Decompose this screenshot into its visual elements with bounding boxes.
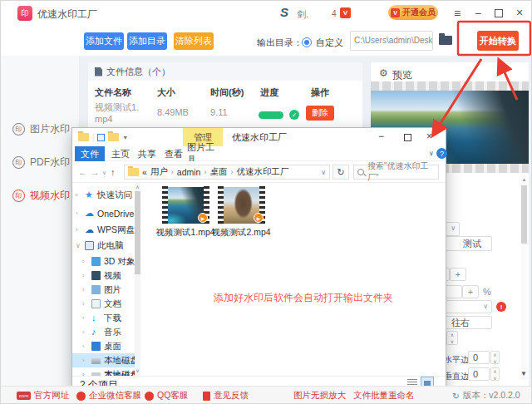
tab-view[interactable]: 查看 xyxy=(162,146,185,161)
rotation-spinner[interactable]: ∧∨ xyxy=(446,331,458,345)
breadcrumb-segment[interactable]: 优速水印工厂 xyxy=(236,166,288,178)
breadcrumb-separator: › xyxy=(171,168,174,176)
picture-icon xyxy=(91,285,101,294)
footer-label: 意见反馈 xyxy=(214,390,249,402)
download-icon: ↓ xyxy=(91,313,101,323)
breadcrumb-segment[interactable]: 用户 xyxy=(150,166,168,178)
tab-home[interactable]: 主页 xyxy=(109,146,132,161)
menu-icon[interactable]: ≡ xyxy=(454,7,461,20)
history-dropdown-icon[interactable]: ∨ xyxy=(102,170,106,176)
nav-onedrive[interactable]: ›☁ OneDrive xyxy=(72,206,135,220)
tab-file[interactable]: 文件 xyxy=(75,146,105,161)
sidebar-item-image-watermark[interactable]: 印 图片水印 xyxy=(12,122,70,136)
clear-list-button[interactable]: 清除列表 xyxy=(174,32,214,50)
qq-support-link[interactable]: QQ客服 xyxy=(145,390,188,402)
nav-music[interactable]: ›♪ 音乐 xyxy=(72,325,135,339)
close-button[interactable]: × xyxy=(516,6,523,19)
footer-label: 企业微信客服 xyxy=(89,390,141,402)
file-thumbnail-video1[interactable]: ▶ xyxy=(162,186,209,224)
nav-downloads[interactable]: ›↓ 下载 xyxy=(72,311,135,325)
video-icon xyxy=(91,271,101,280)
v-margin-spinner[interactable]: ∧∨ xyxy=(490,367,500,381)
opacity-stepper-plus[interactable]: + xyxy=(462,285,479,298)
cloud-icon: ☁ xyxy=(85,209,94,218)
scrollbar-thumb[interactable] xyxy=(521,185,527,244)
address-dropdown-icon[interactable]: ∨ xyxy=(321,169,326,176)
user-avatar-logo: S xyxy=(280,5,288,19)
nav-this-pc[interactable]: ∨ 此电脑 xyxy=(72,239,135,253)
file-name-label[interactable]: 视频测试2.mp4 xyxy=(211,227,271,239)
breadcrumb-separator: › xyxy=(204,168,206,176)
start-convert-button[interactable]: 开始转换 xyxy=(477,31,519,51)
up-icon[interactable]: ↑ xyxy=(111,167,116,177)
sidebar-item-video-watermark[interactable]: 印 视频水印 xyxy=(12,189,70,203)
delete-file-button[interactable]: 删除 xyxy=(306,106,334,121)
explorer-maximize-button[interactable] xyxy=(404,134,411,141)
tab-picture-tools[interactable]: 图片工具 xyxy=(187,146,222,161)
forward-icon[interactable]: → xyxy=(91,167,100,177)
output-path-input[interactable]: C:\Users\admin\Deskto xyxy=(350,31,433,51)
nav-disk-c[interactable]: › 本地磁盘 (C:) xyxy=(72,353,135,367)
vip-icon: V xyxy=(391,8,400,17)
maximize-button[interactable] xyxy=(495,9,503,17)
scrollbar-thumb[interactable] xyxy=(135,191,140,274)
help-icon[interactable]: ? xyxy=(436,148,447,159)
browse-folder-icon[interactable] xyxy=(439,36,452,45)
update-icon[interactable]: ↻ xyxy=(452,391,460,401)
feedback-icon xyxy=(203,392,210,401)
gear-icon[interactable]: ⚙ xyxy=(379,67,388,79)
breadcrumb[interactable]: « 用户 › admin › 桌面 › 优速水印工厂 ∨ xyxy=(124,165,330,180)
properties-icon[interactable] xyxy=(97,134,105,141)
nav-documents[interactable]: › 文档 xyxy=(72,297,135,311)
nav-label: OneDrive xyxy=(97,209,134,219)
file-row-size: 8.49MB xyxy=(157,107,189,117)
minimize-button[interactable]: − xyxy=(475,7,481,20)
footer-label: QQ客服 xyxy=(157,390,188,402)
explorer-close-button[interactable]: × xyxy=(426,131,432,142)
back-icon[interactable]: ← xyxy=(78,167,87,177)
cube-icon xyxy=(91,257,101,266)
add-file-button[interactable]: 添加文件 xyxy=(84,32,124,50)
add-directory-button[interactable]: 添加目录 xyxy=(127,32,167,50)
scroll-up-icon[interactable]: ▲ xyxy=(521,177,527,182)
wechat-support-link[interactable]: 企业微信客服 xyxy=(76,390,141,402)
explorer-search-input[interactable]: 搜索"优速水印工厂" xyxy=(353,165,439,180)
filmstrip-icon xyxy=(218,186,224,224)
tab-share[interactable]: 共享 xyxy=(135,146,159,161)
file-name-label[interactable]: 视频测试1.mp4 xyxy=(155,227,215,239)
stamp-icon: 印 xyxy=(12,123,25,135)
version-label: ↻ 版本：v2.0.2.0 xyxy=(452,390,520,402)
file-thumbnail-video2[interactable]: ▶ xyxy=(218,186,265,224)
nav-pictures[interactable]: › 图片 xyxy=(72,283,135,297)
nav-wps-drive[interactable]: ›☁ WPS网盘 xyxy=(72,223,135,237)
scroll-up-icon[interactable]: ∧ xyxy=(135,184,140,190)
h-margin-spinner[interactable]: ∧∨ xyxy=(490,351,500,364)
official-site-link[interactable]: com 官方网址 xyxy=(17,390,69,402)
size-stepper-plus[interactable]: + xyxy=(450,268,466,281)
refresh-icon[interactable]: ↻ xyxy=(332,165,349,180)
user-name[interactable]: 剑. xyxy=(297,8,308,21)
h-margin-input[interactable]: 0 xyxy=(468,351,490,364)
star-icon: ★ xyxy=(85,190,94,200)
feedback-link[interactable]: 意见反馈 xyxy=(203,390,249,402)
sidebar-item-pdf-watermark[interactable]: 印 PDF水印 xyxy=(12,155,70,170)
new-folder-icon[interactable] xyxy=(108,133,119,141)
scroll-down-icon[interactable]: ∨ xyxy=(135,367,140,373)
nav-videos[interactable]: › 视频 xyxy=(72,269,135,283)
breadcrumb-prefix: « xyxy=(142,167,147,177)
nav-3d-objects[interactable]: › 3D 对象 xyxy=(72,254,135,269)
explorer-minimize-button[interactable]: − xyxy=(378,131,384,142)
nav-quick-access[interactable]: ›★ 快速访问 xyxy=(72,188,135,202)
ribbon-collapse-icon[interactable]: ∨ xyxy=(429,150,434,157)
batch-rename-link[interactable]: 文件批量重命名 xyxy=(353,390,415,402)
custom-output-radio[interactable] xyxy=(302,37,312,47)
qq-icon xyxy=(145,392,154,401)
image-enlarge-link[interactable]: 图片无损放大 xyxy=(293,390,346,402)
v-margin-input[interactable]: 0 xyxy=(468,367,490,381)
scroll-down-icon[interactable]: ▼ xyxy=(520,370,528,377)
breadcrumb-segment[interactable]: 桌面 xyxy=(209,166,227,178)
nav-desktop[interactable]: › 桌面 xyxy=(72,339,135,353)
qat-dropdown-icon[interactable]: ▼ xyxy=(122,135,128,140)
breadcrumb-segment[interactable]: admin xyxy=(177,167,201,177)
open-membership-button[interactable]: V 开通会员 xyxy=(388,5,438,20)
